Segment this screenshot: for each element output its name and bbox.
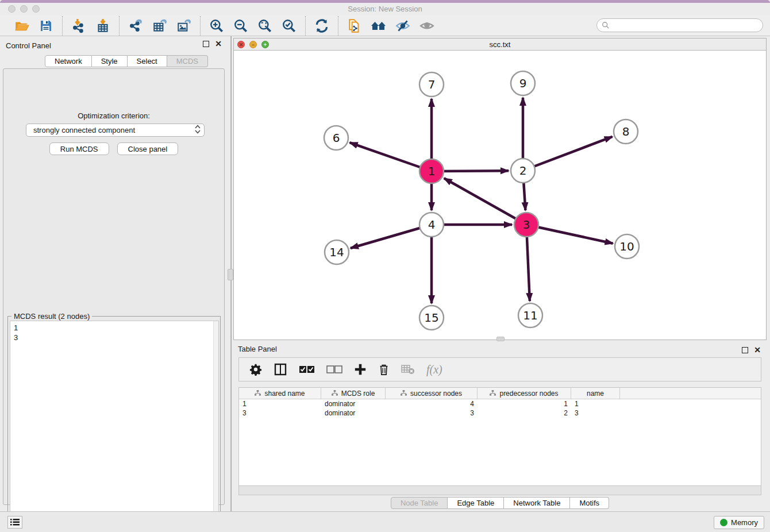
float-panel-icon[interactable] bbox=[203, 41, 209, 47]
tab-mcds[interactable]: MCDS bbox=[167, 55, 208, 67]
shared-column-icon bbox=[401, 390, 407, 396]
column-header-successor-nodes[interactable]: successor nodes bbox=[386, 388, 478, 399]
task-history-button[interactable] bbox=[7, 516, 22, 529]
float-table-panel-icon[interactable] bbox=[742, 347, 748, 353]
open-folder-icon[interactable] bbox=[14, 18, 30, 34]
column-header-MCDS-role[interactable]: MCDS role bbox=[321, 388, 386, 399]
cell-predecessor-nodes[interactable]: 1 bbox=[478, 399, 571, 408]
panel-splitter-handle[interactable] bbox=[228, 269, 233, 280]
columns-icon[interactable] bbox=[274, 363, 287, 376]
tab-select[interactable]: Select bbox=[128, 55, 167, 67]
cell-name[interactable]: 3 bbox=[571, 408, 620, 418]
criterion-value: strongly connected component bbox=[33, 126, 135, 134]
import-network-icon[interactable] bbox=[71, 18, 87, 34]
search-icon bbox=[602, 21, 610, 29]
mcds-panel: Optimization criterion: strongly connect… bbox=[3, 68, 225, 505]
delete-icon[interactable] bbox=[378, 363, 390, 376]
network-window-title: scc.txt bbox=[234, 40, 766, 49]
table-footer-strip bbox=[238, 486, 761, 495]
search-field[interactable] bbox=[596, 18, 763, 32]
tab-edge-table[interactable]: Edge Table bbox=[448, 497, 504, 509]
add-column-icon[interactable] bbox=[354, 363, 367, 376]
save-icon[interactable] bbox=[38, 18, 54, 34]
status-bar: Memory bbox=[0, 511, 770, 532]
deselect-all-icon[interactable] bbox=[326, 365, 342, 373]
result-scrollbar[interactable] bbox=[213, 321, 218, 532]
window-title: Session: New Session bbox=[0, 5, 770, 13]
network-window-titlebar[interactable]: ✕ − + scc.txt bbox=[234, 38, 766, 51]
column-header-name[interactable]: name bbox=[571, 388, 620, 399]
zoom-selected-icon[interactable] bbox=[281, 18, 297, 34]
gear-icon[interactable] bbox=[249, 363, 262, 376]
close-panel-button[interactable]: Close panel bbox=[117, 142, 179, 155]
graph-node-label-15: 15 bbox=[424, 311, 438, 325]
edge-1-6[interactable] bbox=[350, 142, 432, 171]
graph-node-label-14: 14 bbox=[329, 245, 344, 259]
list-icon bbox=[10, 518, 20, 526]
criterion-dropdown[interactable]: strongly connected component bbox=[26, 124, 205, 137]
zoom-out-icon[interactable] bbox=[233, 18, 249, 34]
tab-network-table[interactable]: Network Table bbox=[504, 497, 570, 509]
column-header-label: predecessor nodes bbox=[499, 390, 558, 398]
close-table-panel-icon[interactable]: ✕ bbox=[754, 347, 761, 353]
memory-status-icon bbox=[720, 519, 727, 526]
cell-MCDS-role[interactable]: dominator bbox=[321, 399, 386, 408]
node-table[interactable]: shared nameMCDS rolesuccessor nodesprede… bbox=[238, 387, 761, 486]
table-row[interactable]: 3dominator323 bbox=[239, 408, 761, 418]
graph-node-label-2: 2 bbox=[519, 164, 527, 178]
hide-eye-icon[interactable] bbox=[395, 18, 411, 34]
memory-label: Memory bbox=[731, 518, 758, 527]
edge-3-10[interactable] bbox=[526, 225, 613, 244]
refresh-icon[interactable] bbox=[314, 18, 330, 34]
tab-style[interactable]: Style bbox=[92, 55, 128, 67]
graph-node-label-4: 4 bbox=[428, 218, 436, 232]
mcds-result-group: MCDS result (2 nodes) 1 3 bbox=[7, 316, 221, 532]
edge-2-8[interactable] bbox=[523, 137, 613, 171]
column-header-shared-name[interactable]: shared name bbox=[239, 388, 321, 399]
shared-column-icon bbox=[332, 390, 338, 396]
shared-column-icon bbox=[255, 390, 261, 396]
column-header-label: MCDS role bbox=[341, 390, 375, 398]
cell-name[interactable]: 1 bbox=[571, 399, 620, 408]
graph-node-label-1: 1 bbox=[428, 164, 436, 178]
column-header-predecessor-nodes[interactable]: predecessor nodes bbox=[478, 388, 571, 399]
tab-network[interactable]: Network bbox=[45, 55, 92, 67]
zoom-in-icon[interactable] bbox=[209, 18, 225, 34]
main-toolbar bbox=[0, 16, 770, 36]
tab-motifs[interactable]: Motifs bbox=[570, 497, 609, 509]
zoom-fit-icon[interactable] bbox=[257, 18, 273, 34]
import-table-icon[interactable] bbox=[95, 18, 111, 34]
mcds-result-textarea[interactable]: 1 3 bbox=[10, 321, 219, 532]
cell-MCDS-role[interactable]: dominator bbox=[321, 408, 386, 418]
column-header-label: name bbox=[587, 390, 604, 398]
search-input[interactable] bbox=[610, 21, 763, 29]
cell-successor-nodes[interactable]: 4 bbox=[386, 399, 478, 408]
memory-button[interactable]: Memory bbox=[714, 516, 764, 529]
cell-shared-name[interactable]: 3 bbox=[239, 408, 321, 418]
cell-predecessor-nodes[interactable]: 2 bbox=[478, 408, 571, 418]
select-all-icon[interactable] bbox=[299, 365, 315, 373]
home-icon[interactable] bbox=[371, 18, 387, 34]
network-graph-canvas[interactable]: 1234678910111415 bbox=[234, 51, 766, 340]
cell-shared-name[interactable]: 1 bbox=[239, 399, 321, 408]
table-row[interactable]: 1dominator411 bbox=[239, 399, 761, 408]
run-mcds-button[interactable]: Run MCDS bbox=[49, 142, 109, 155]
cell-successor-nodes[interactable]: 3 bbox=[386, 408, 478, 418]
shared-column-icon bbox=[490, 390, 496, 396]
export-table-icon[interactable] bbox=[152, 18, 168, 34]
graph-node-label-11: 11 bbox=[523, 309, 537, 322]
duplicate-network-icon[interactable] bbox=[346, 18, 363, 34]
graph-node-label-3: 3 bbox=[523, 218, 530, 232]
delete-table-icon bbox=[401, 364, 415, 375]
export-image-icon[interactable] bbox=[176, 18, 192, 34]
graph-node-label-10: 10 bbox=[619, 240, 634, 253]
table-panel-title: Table Panel bbox=[238, 345, 277, 353]
tab-node-table[interactable]: Node Table bbox=[391, 497, 448, 509]
network-view-window: ✕ − + scc.txt 1234678910111415 bbox=[233, 38, 767, 340]
table-splitter-handle[interactable] bbox=[496, 337, 505, 341]
column-header-label: successor nodes bbox=[410, 390, 462, 398]
edge-3-1[interactable] bbox=[444, 178, 526, 225]
export-network-icon[interactable] bbox=[128, 18, 144, 34]
close-panel-icon[interactable]: ✕ bbox=[215, 41, 222, 47]
show-eye-icon[interactable] bbox=[419, 18, 435, 34]
